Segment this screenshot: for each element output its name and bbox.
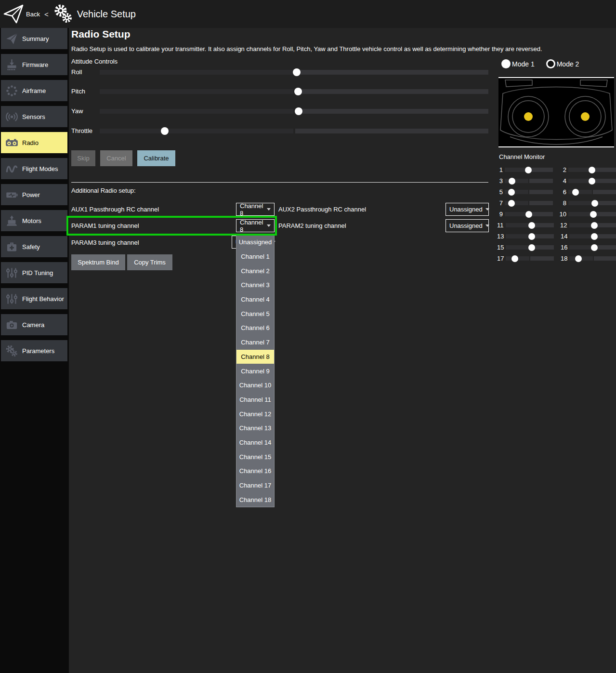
flight-behavior-icon [1, 292, 22, 305]
channel-13-monitor [506, 233, 554, 239]
channel-16-monitor [569, 244, 616, 251]
channel-monitor-row: 1718 [497, 253, 616, 264]
sidebar-item-flight-behavior[interactable]: Flight Behavior [1, 288, 67, 309]
sidebar-item-label: Camera [22, 321, 44, 329]
dropdown-option-channel-13[interactable]: Channel 13 [236, 421, 274, 435]
copy-trims-button[interactable]: Copy Trims [127, 254, 172, 270]
channel-3-label: 3 [497, 177, 503, 185]
dropdown-option-channel-1[interactable]: Channel 1 [236, 250, 274, 264]
channel-17-value-dot [511, 255, 518, 262]
aux2-channel-dropdown[interactable]: Unassigned [446, 203, 489, 216]
dropdown-option-channel-16[interactable]: Channel 16 [236, 464, 274, 478]
param2-channel-dropdown[interactable]: Unassigned [446, 219, 489, 232]
slider-thumb[interactable] [294, 88, 302, 95]
calibrate-button[interactable]: Calibrate [137, 150, 175, 166]
chevron-down-icon [267, 224, 271, 227]
sidebar-item-firmware[interactable]: Firmware [1, 54, 67, 75]
breadcrumb-separator: < [44, 10, 49, 18]
sidebar-item-label: Summary [22, 35, 49, 42]
aux2-label: AUX2 Passthrough RC channel [278, 206, 366, 213]
dropdown-option-channel-17[interactable]: Channel 17 [236, 478, 274, 493]
spektrum-bind-button[interactable]: Spektrum Bind [71, 254, 125, 270]
skip-button[interactable]: Skip [71, 150, 95, 166]
dropdown-option-channel-11[interactable]: Channel 11 [236, 393, 274, 407]
dropdown-option-channel-2[interactable]: Channel 2 [236, 264, 274, 278]
channel-11-monitor [506, 222, 554, 228]
slider-thumb[interactable] [295, 107, 302, 115]
camera-icon [1, 318, 22, 331]
back-button[interactable]: Back [26, 11, 40, 18]
channel-monitor-row: 1112 [497, 220, 616, 231]
dropdown-option-channel-5[interactable]: Channel 5 [236, 306, 274, 321]
flight-modes-icon [1, 162, 22, 175]
channel-12-monitor [569, 222, 616, 228]
sidebar-item-label: Airframe [22, 87, 46, 94]
dropdown-option-channel-18[interactable]: Channel 18 [236, 492, 274, 507]
sidebar-item-flight-modes[interactable]: Flight Modes [1, 158, 67, 179]
dropdown-option-channel-6[interactable]: Channel 6 [236, 321, 274, 335]
sidebar-item-summary[interactable]: Summary [1, 28, 67, 49]
cancel-button[interactable]: Cancel [100, 150, 132, 166]
roll-slider[interactable] [100, 69, 488, 76]
channel-monitor-row: 56 [497, 186, 616, 198]
slider-thumb[interactable] [161, 127, 169, 135]
channel-15-label: 15 [497, 244, 504, 251]
sidebar-item-sensors[interactable]: Sensors [1, 106, 67, 127]
sidebar-item-motors[interactable]: Motors [1, 210, 67, 231]
vehicle-setup-icon [53, 4, 73, 24]
channel-7-label: 7 [497, 199, 503, 207]
radio-button-icon [501, 59, 511, 68]
channel-9-value-dot [525, 211, 532, 218]
sidebar-item-pid-tuning[interactable]: PID Tuning [1, 262, 67, 283]
channel-7-monitor [505, 200, 553, 206]
pitch-slider[interactable] [100, 88, 488, 95]
section-divider [71, 182, 488, 183]
throttle-slider[interactable] [100, 128, 488, 134]
qgroundcontrol-window: Back < Vehicle Setup SummaryFirmwareAirf… [0, 0, 616, 673]
param1-label: PARAM1 tuning channel [71, 222, 139, 229]
dropdown-option-unassigned[interactable]: Unassigned [236, 235, 274, 250]
dropdown-option-channel-15[interactable]: Channel 15 [236, 449, 274, 464]
channel-8-value-dot [591, 200, 598, 207]
chevron-down-icon [485, 224, 489, 227]
sidebar-item-power[interactable]: Power [1, 184, 67, 205]
dropdown-option-channel-8[interactable]: Channel 8 [236, 350, 274, 364]
dropdown-option-channel-3[interactable]: Channel 3 [236, 278, 274, 292]
slider-thumb[interactable] [293, 68, 301, 76]
dropdown-option-channel-14[interactable]: Channel 14 [236, 435, 274, 450]
mode-1-radio[interactable]: Mode 1 [501, 59, 535, 68]
channel-11-label: 11 [497, 222, 504, 229]
sidebar-item-label: Parameters [22, 347, 54, 355]
dropdown-option-channel-12[interactable]: Channel 12 [236, 407, 274, 421]
sidebar-item-airframe[interactable]: Airframe [1, 80, 67, 101]
mode-2-radio[interactable]: Mode 2 [546, 59, 579, 68]
dropdown-option-channel-10[interactable]: Channel 10 [236, 378, 274, 393]
channel-2-value-dot [589, 167, 595, 173]
attitude-sliders: RollPitchYawThrottle [71, 68, 488, 138]
transmitter-diagram [498, 77, 614, 147]
sidebar-item-camera[interactable]: Camera [1, 314, 67, 335]
aux1-channel-dropdown[interactable]: Channel 8 [236, 203, 275, 216]
channel-1-label: 1 [497, 166, 503, 173]
param1-channel-dropdown[interactable]: Channel 8 [236, 219, 275, 232]
dropdown-option-channel-9[interactable]: Channel 9 [236, 364, 274, 378]
sidebar-item-safety[interactable]: Safety [1, 236, 67, 257]
channel-6-label: 6 [558, 188, 566, 196]
yaw-slider[interactable] [100, 108, 488, 115]
sidebar: SummaryFirmwareAirframeSensorsRadioFligh… [0, 28, 69, 673]
channel-8-label: 8 [558, 199, 566, 207]
dropdown-option-channel-4[interactable]: Channel 4 [236, 292, 274, 307]
dropdown-option-channel-7[interactable]: Channel 7 [236, 335, 274, 350]
channel-5-monitor [505, 189, 553, 195]
topbar: Back < Vehicle Setup [0, 0, 616, 28]
channel-16-label: 16 [559, 244, 567, 251]
channel-monitor-row: 34 [497, 175, 616, 186]
channel-monitor: 123456789101112131415161718 [497, 164, 616, 264]
channel-10-value-dot [590, 211, 597, 218]
sidebar-item-radio[interactable]: Radio [1, 132, 67, 153]
aux1-label: AUX1 Passthrough RC channel [71, 206, 159, 213]
sidebar-item-parameters[interactable]: Parameters [1, 340, 67, 361]
channel-4-value-dot [589, 178, 595, 185]
radio-button-icon [546, 59, 555, 68]
channel-monitor-heading: Channel Monitor [499, 153, 545, 160]
